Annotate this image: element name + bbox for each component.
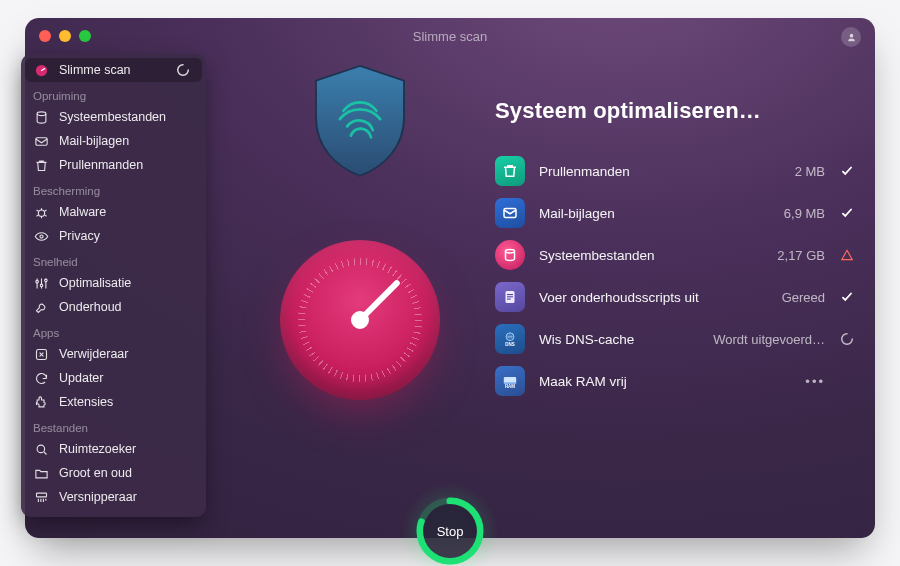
row-value: 2,17 GB <box>777 248 825 263</box>
folder-icon <box>33 465 49 481</box>
svg-point-5 <box>35 280 38 283</box>
row-label: Mail-bijlagen <box>539 206 615 221</box>
sidebar-item-maintenance[interactable]: Onderhoud <box>21 295 206 319</box>
svg-point-6 <box>40 284 43 287</box>
sidebar-item-label: Onderhoud <box>59 300 122 314</box>
sidebar-item-updater[interactable]: Updater <box>21 366 206 390</box>
sidebar-item-label: Ruimtezoeker <box>59 442 136 456</box>
warning-icon <box>839 248 855 262</box>
window-controls <box>39 30 91 42</box>
sidebar-item-label: Systeembestanden <box>59 110 166 124</box>
puzzle-icon <box>33 394 49 410</box>
sidebar-item-mail[interactable]: Mail-bijlagen <box>21 129 206 153</box>
stop-label: Stop <box>437 524 464 539</box>
row-trash[interactable]: Prullenmanden 2 MB <box>495 150 855 192</box>
dns-badge-icon: DNS <box>495 324 525 354</box>
sidebar-section-cleanup: Opruiming <box>21 82 206 105</box>
spinner-icon <box>176 63 190 77</box>
sidebar-item-label: Updater <box>59 371 103 385</box>
check-icon <box>839 206 855 220</box>
svg-point-1 <box>37 111 46 115</box>
svg-point-9 <box>37 445 45 453</box>
row-maintenance[interactable]: Voer onderhoudsscripts uit Gereed <box>495 276 855 318</box>
results-panel: Systeem optimaliseren… Prullenmanden 2 M… <box>495 98 855 402</box>
sidebar-item-label: Versnipperaar <box>59 490 137 504</box>
gauge-needle <box>356 279 401 324</box>
sidebar-item-trash[interactable]: Prullenmanden <box>21 153 206 177</box>
minimize-window-button[interactable] <box>59 30 71 42</box>
sidebar-item-large-old[interactable]: Groot en oud <box>21 461 206 485</box>
shield-fingerprint-icon <box>305 60 415 180</box>
titlebar: Slimme scan <box>25 18 875 54</box>
eye-icon <box>33 228 49 244</box>
row-label: Maak RAM vrij <box>539 374 627 389</box>
system-badge-icon <box>495 240 525 270</box>
sidebar-item-system-files[interactable]: Systeembestanden <box>21 105 206 129</box>
bug-icon <box>33 204 49 220</box>
sidebar-item-smart-scan[interactable]: Slimme scan <box>25 58 202 82</box>
sidebar-section-speed: Snelheid <box>21 248 206 271</box>
row-label: Prullenmanden <box>539 164 630 179</box>
sidebar-item-privacy[interactable]: Privacy <box>21 224 206 248</box>
wrench-icon <box>33 299 49 315</box>
shredder-icon <box>33 489 49 505</box>
sidebar-item-label: Verwijderaar <box>59 347 128 361</box>
sidebar-item-label: Privacy <box>59 229 100 243</box>
gauge-icon <box>33 62 49 78</box>
sidebar-section-files: Bestanden <box>21 414 206 437</box>
check-icon <box>839 290 855 304</box>
svg-rect-2 <box>35 137 46 145</box>
sidebar-item-label: Optimalisatie <box>59 276 131 290</box>
zoom-window-button[interactable] <box>79 30 91 42</box>
sidebar: Slimme scan Opruiming Systeembestanden M… <box>21 54 206 517</box>
refresh-icon <box>33 370 49 386</box>
ram-badge-icon: RAM <box>495 366 525 396</box>
sidebar-item-label: Prullenmanden <box>59 158 143 172</box>
row-dns[interactable]: DNS Wis DNS-cache Wordt uitgevoerd… <box>495 318 855 360</box>
svg-rect-16 <box>507 299 511 300</box>
svg-point-7 <box>44 279 47 282</box>
row-system[interactable]: Systeembestanden 2,17 GB <box>495 234 855 276</box>
row-label: Voer onderhoudsscripts uit <box>539 290 699 305</box>
sidebar-item-label: Malware <box>59 205 106 219</box>
trash-badge-icon <box>495 156 525 186</box>
stop-button[interactable]: Stop <box>423 504 477 558</box>
row-label: Wis DNS-cache <box>539 332 634 347</box>
stop-button-wrap: Stop <box>415 496 485 566</box>
spinner-icon <box>839 332 855 346</box>
gauge-graphic <box>280 240 440 400</box>
user-icon <box>846 32 857 43</box>
window-title: Slimme scan <box>413 29 487 44</box>
hero-visual <box>250 54 470 400</box>
row-value: ••• <box>805 374 825 389</box>
trash-icon <box>33 157 49 173</box>
script-badge-icon <box>495 282 525 312</box>
sidebar-item-space-lens[interactable]: Ruimtezoeker <box>21 437 206 461</box>
uninstall-icon <box>33 346 49 362</box>
close-window-button[interactable] <box>39 30 51 42</box>
svg-rect-15 <box>507 296 513 297</box>
svg-point-12 <box>506 250 515 253</box>
sidebar-item-label: Slimme scan <box>59 63 131 77</box>
sidebar-item-optimization[interactable]: Optimalisatie <box>21 271 206 295</box>
drive-icon <box>33 109 49 125</box>
sidebar-item-label: Groot en oud <box>59 466 132 480</box>
sliders-icon <box>33 275 49 291</box>
sidebar-item-uninstaller[interactable]: Verwijderaar <box>21 342 206 366</box>
check-icon <box>839 164 855 178</box>
sidebar-item-shredder[interactable]: Versnipperaar <box>21 485 206 509</box>
envelope-icon <box>33 133 49 149</box>
row-mail[interactable]: Mail-bijlagen 6,9 MB <box>495 192 855 234</box>
svg-rect-10 <box>36 493 46 497</box>
sidebar-item-label: Extensies <box>59 395 113 409</box>
svg-rect-14 <box>507 294 513 295</box>
lens-icon <box>33 441 49 457</box>
row-label: Systeembestanden <box>539 248 655 263</box>
sidebar-item-extensions[interactable]: Extensies <box>21 390 206 414</box>
svg-text:RAM: RAM <box>505 384 515 389</box>
row-value: 2 MB <box>795 164 825 179</box>
svg-point-3 <box>38 210 44 216</box>
row-ram[interactable]: RAM Maak RAM vrij ••• <box>495 360 855 402</box>
sidebar-item-malware[interactable]: Malware <box>21 200 206 224</box>
account-button[interactable] <box>841 27 861 47</box>
